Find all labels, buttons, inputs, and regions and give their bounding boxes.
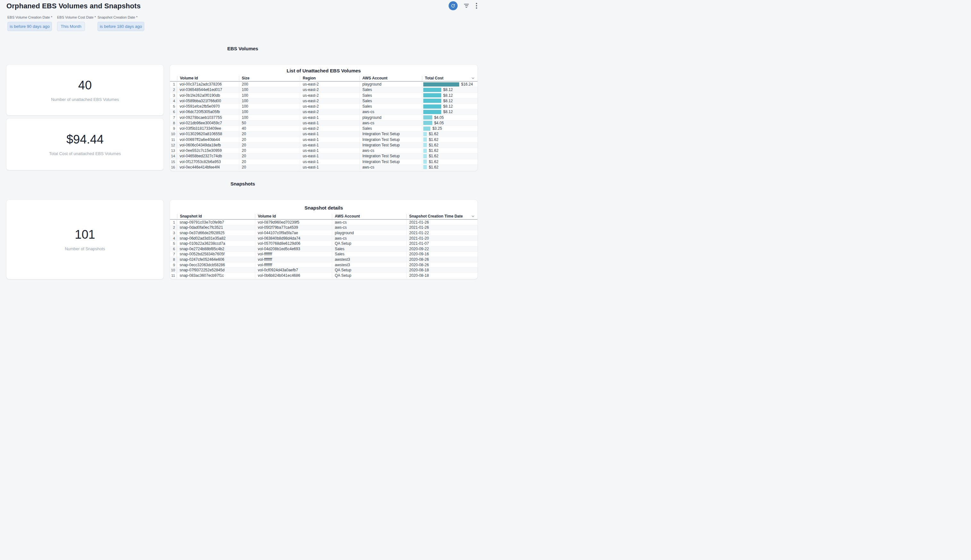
cost-bar [423,165,427,169]
cell-size: 200 [239,82,300,87]
cell-aws-account: Sales [359,126,422,131]
cell-aws-account: playground [332,230,406,235]
filter-label: EBS Volume Creation Date * [7,15,52,19]
cell-snapshot-creation-date: 2020-09-22 [406,247,478,252]
filter-group-snapshot-creation-date: Snapshot Creation Date * is before 180 d… [97,15,144,31]
row-index: 6 [170,247,177,252]
row-index: 6 [170,109,177,114]
filter-chip-snapshot-creation-date[interactable]: is before 180 days ago [97,22,144,31]
table-row: 4vol-0589bba321f766d00100us-east-2Sales$… [170,98,478,104]
table-header-row: Snapshot Id Volume Id AWS Account Snapsh… [170,213,478,220]
cost-value-label: $8.12 [443,104,453,108]
cell-volume-id: vol-06dc720f5305a05fb [177,109,239,114]
snapshots-section-heading: Snapshots [0,181,486,187]
column-header-snapshot-creation-time-date[interactable]: Snapshot Creation Time Date [406,214,478,218]
column-header-aws-account[interactable]: AWS Account [359,76,422,80]
row-index: 12 [170,143,177,148]
column-header-total-cost[interactable]: Total Cost [422,76,478,80]
cell-volume-id: vol-0879d960ed70239f5 [255,220,332,225]
table-row: 11snap-083ac3607ecb97f1cvol-0b6b824b041e… [170,273,478,278]
kpi-card-number-of-snapshots: 101 Number of Snapshots [7,200,164,279]
cell-volume-id: vol-013029620a8106558 [177,132,239,137]
more-options-button[interactable] [475,2,478,9]
row-index: 4 [170,98,177,103]
cost-bar [423,110,441,114]
row-index: 8 [170,257,177,262]
cell-volume-id: vol-044107c0f9a5fa7ae [255,230,332,235]
cell-snapshot-creation-date: 2021-01-07 [406,241,478,246]
cell-aws-account: aws-cs [359,148,422,153]
cell-region: us-east-2 [300,87,359,92]
cell-snapshot-id: snap-0e2724b88bf85c4b2 [177,247,255,252]
cell-size: 100 [239,104,300,109]
column-header-region[interactable]: Region [300,76,359,80]
refresh-button[interactable] [449,1,458,10]
column-header-aws-account[interactable]: AWS Account [332,214,406,218]
row-number-header [170,76,177,80]
row-index: 11 [170,273,177,278]
cell-snapshot-id: snap-0dad0fa0ec7fc3521 [177,225,255,230]
cell-snapshot-id: snap-0247cfe052464e606 [177,257,255,262]
cell-snapshot-id: snap-0ecc32063dcb58286 [177,262,255,268]
cell-volume-id: vol-0cf0924d43a0aefb7 [255,268,332,273]
cell-snapshot-creation-date: 2020-08-18 [406,273,478,278]
row-index: 5 [170,241,177,246]
filter-group-ebs-volume-creation-date: EBS Volume Creation Date * is before 90 … [7,15,52,31]
cell-aws-account: Sales [359,87,422,92]
filter-chip-ebs-volume-creation-date[interactable]: is before 90 days ago [7,22,52,31]
cell-region: us-east-1 [300,148,359,153]
table-row: 9snap-0ecc32063dcb58286vol-ffffffffawste… [170,262,478,268]
column-header-volume-id[interactable]: Volume Id [177,76,239,80]
cell-size: 20 [239,153,300,158]
table-row: 5snap-010b22a36238ccd7avol-0570768d8e612… [170,241,478,247]
cost-bar [423,137,427,142]
cost-value-label: $8.12 [443,110,453,114]
cell-total-cost: $8.12 [422,109,478,114]
chevron-down-icon[interactable] [471,76,475,81]
row-index: 16 [170,165,177,170]
page-title: Orphaned EBS Volumes and Snapshots [7,2,141,10]
table-row: 6vol-06dc720f5305a05fb100us-east-2aws-cs… [170,109,478,115]
table-row: 12vol-0606c04349da18efb20us-east-1Integr… [170,143,478,148]
table-row: 2vol-036548544e61ed017100us-east-2Sales$… [170,87,478,93]
cell-aws-account: aws-cs [332,236,406,241]
cell-total-cost: $8.12 [422,93,478,98]
cell-size: 100 [239,93,300,98]
cost-bar [423,121,432,125]
cell-aws-account: playground [359,115,422,120]
ebs-volumes-section-heading: EBS Volumes [0,46,486,51]
cell-total-cost: $1.62 [422,153,478,158]
column-header-snapshot-id[interactable]: Snapshot Id [177,214,255,218]
chevron-down-icon[interactable] [471,214,475,219]
table-row: 14vol-04658bed2327c74db20us-east-1Integr… [170,153,478,159]
cell-volume-id: vol-05f2f79ba77ca4539 [255,225,332,230]
column-header-volume-id[interactable]: Volume Id [255,214,332,218]
cost-value-label: $4.05 [434,115,444,120]
cell-snapshot-id: snap-0052bd25834b7605f [177,252,255,257]
kpi-value: 101 [75,228,95,241]
table-row: 1vol-00c371a2adc378206200us-east-2playgr… [170,82,478,87]
cell-total-cost: $3.25 [422,126,478,131]
filter-button[interactable] [463,3,470,8]
cell-size: 100 [239,98,300,103]
cell-size: 100 [239,115,300,120]
table-body: 1snap-09791c03e7c0fe9b7vol-0879d960ed702… [170,220,478,278]
table-row: 16vol-0ec446e414bfee4f420us-east-1aws-cs… [170,165,478,170]
kpi-value: $94.44 [66,133,104,146]
column-header-size[interactable]: Size [239,76,300,80]
cost-bar [423,82,459,87]
row-index: 13 [170,148,177,153]
cell-region: us-east-1 [300,165,359,170]
cell-aws-account: Integration Test Setup [359,143,422,148]
cell-snapshot-id: snap-07f9372252e52845d [177,268,255,273]
cell-region: us-east-2 [300,109,359,114]
table-row: 8snap-0247cfe052464e606vol-ffffffffawste… [170,257,478,262]
cell-total-cost: $16.24 [422,82,478,87]
cost-value-label: $8.12 [443,93,453,98]
filter-chip-ebs-volume-cost-date[interactable]: This Month [57,22,85,31]
row-index: 3 [170,93,177,98]
cost-bar [423,132,427,136]
row-index: 2 [170,87,177,92]
table-row: 5vol-0591efce2fb5e0970100us-east-2Sales$… [170,104,478,109]
cost-value-label: $4.05 [434,121,444,125]
